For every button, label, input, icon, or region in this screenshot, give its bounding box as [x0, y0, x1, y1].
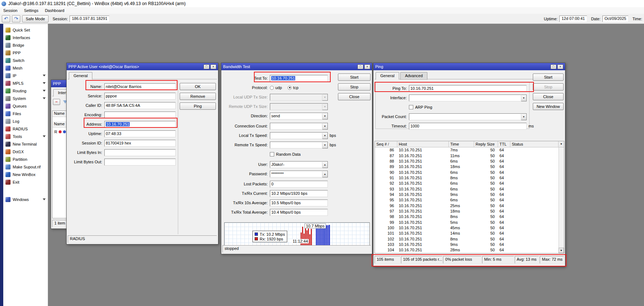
close-icon[interactable]: ×: [210, 64, 216, 69]
sidebar-item-quick-set[interactable]: Quick Set: [3, 26, 48, 34]
remove-button[interactable]: Remove: [180, 93, 216, 100]
address-input[interactable]: 10.16.70.251: [104, 121, 176, 128]
ping-row[interactable]: 9610.16.70.25125ms5064: [375, 203, 559, 208]
sidebar-item-tools[interactable]: Tools: [3, 133, 48, 140]
menu-dashboard[interactable]: Dashboard: [42, 8, 68, 13]
ping-row[interactable]: 9810.16.70.2518ms5064: [375, 214, 559, 219]
sidebar-item-windows[interactable]: Windows: [3, 196, 48, 203]
maximize-icon[interactable]: □: [357, 64, 363, 69]
local-tx-speed-input[interactable]: [270, 132, 322, 139]
close-icon[interactable]: ×: [364, 64, 370, 69]
ping-row[interactable]: 10010.16.70.25145ms5064: [375, 225, 559, 231]
ping-row[interactable]: 9510.16.70.2516ms5064: [375, 197, 559, 203]
remote-tx-speed-dropdown-icon[interactable]: ▼: [322, 142, 328, 148]
sidebar-item-queues[interactable]: Queues: [3, 102, 48, 110]
sidebar-item-log[interactable]: Log: [3, 117, 48, 125]
limit-bytes-in-input[interactable]: [104, 149, 176, 156]
stop-button[interactable]: Stop: [338, 83, 371, 91]
ping-titlebar[interactable]: Ping □ ×: [373, 63, 565, 70]
sidebar-item-ip[interactable]: IP: [3, 72, 48, 79]
ok-button[interactable]: OK: [180, 83, 216, 90]
remove-item-icon[interactable]: −: [53, 99, 60, 105]
ping-row[interactable]: 8810.16.70.2516ms5064: [375, 159, 559, 164]
ping-row[interactable]: 9710.16.70.25118ms5064: [375, 209, 559, 214]
sidebar-item-exit[interactable]: Exit: [3, 178, 48, 186]
tab-general[interactable]: General: [69, 72, 92, 80]
password-up-icon[interactable]: ▲: [322, 171, 328, 177]
sidebar-item-new-winbox[interactable]: New WinBox: [3, 171, 48, 178]
ping-row[interactable]: 8710.16.70.25111ms5064: [375, 153, 559, 158]
connection-count-dropdown-icon[interactable]: ▼: [322, 123, 328, 130]
close-icon[interactable]: ×: [557, 64, 563, 69]
name-input[interactable]: nitel@Oscar Barrios: [104, 83, 176, 90]
list-item[interactable]: R: [53, 129, 66, 134]
limit-bytes-out-input[interactable]: [104, 159, 176, 165]
local-tx-speed-dropdown-icon[interactable]: ▼: [322, 132, 328, 139]
uptime-input[interactable]: 07:48:33: [104, 130, 176, 137]
ping-row[interactable]: 9210.16.70.2516ms5064: [375, 181, 559, 186]
sidebar-item-system[interactable]: System: [3, 95, 48, 102]
tab-advanced[interactable]: Advanced: [400, 72, 427, 80]
protocol-radio-tcp[interactable]: tcp: [288, 85, 298, 90]
connection-count-input[interactable]: [270, 123, 322, 130]
menu-settings[interactable]: Settings: [21, 8, 42, 13]
start-button[interactable]: Start: [533, 74, 564, 81]
redo-button[interactable]: ↷: [12, 15, 20, 22]
sidebar-item-files[interactable]: Files: [3, 110, 48, 117]
maximize-icon[interactable]: □: [551, 64, 556, 69]
encoding-input[interactable]: [104, 112, 176, 118]
col-host[interactable]: Host: [397, 141, 449, 147]
interface-dropdown-icon[interactable]: ▼: [521, 95, 527, 101]
direction-input[interactable]: send: [270, 113, 322, 120]
random-data-checkbox[interactable]: [270, 152, 274, 156]
user-up-icon[interactable]: ▲: [322, 161, 328, 168]
new-window-button[interactable]: New Window: [533, 103, 564, 110]
tab-general[interactable]: General: [376, 72, 399, 80]
ping-row[interactable]: 9110.16.70.2518ms5064: [375, 175, 559, 181]
col-time[interactable]: Time: [449, 141, 474, 147]
scroll-down-icon[interactable]: ▼: [559, 248, 564, 253]
ping-row[interactable]: 9310.16.70.2516ms5064: [375, 186, 559, 192]
protocol-radio-udp[interactable]: udp: [270, 85, 282, 90]
col-reply-size[interactable]: Reply Size: [474, 141, 498, 147]
sidebar-item-interfaces[interactable]: Interfaces: [3, 34, 48, 41]
interface-input[interactable]: [409, 95, 521, 101]
safe-mode-button[interactable]: Safe Mode: [22, 15, 49, 22]
active-user-titlebar[interactable]: PPP Active User <nitel@Oscar Barrios> □ …: [67, 63, 218, 70]
caller-id-input[interactable]: 48:8F:5A:5A:C5:4A: [104, 102, 176, 109]
col-ttl[interactable]: TTL: [498, 141, 510, 147]
sidebar-item-mesh[interactable]: Mesh: [3, 64, 48, 72]
column-dropdown-icon[interactable]: ▼: [559, 141, 564, 147]
local-udp-tx-size-dropdown-icon[interactable]: ▼: [322, 94, 328, 101]
session-id-input[interactable]: 81700419 hex: [104, 140, 176, 147]
remote-udp-tx-size-dropdown-icon[interactable]: ▼: [322, 103, 328, 110]
scrollbar[interactable]: ▼: [559, 147, 564, 253]
ping-row[interactable]: 10110.16.70.25114ms5064: [375, 231, 559, 236]
sidebar-item-partition[interactable]: Partition: [3, 155, 48, 163]
arp-ping-checkbox[interactable]: [409, 105, 413, 109]
app-titlebar[interactable]: J0ako!-@186.0.197.81:18291 (CC_Bettini) …: [0, 0, 644, 7]
ping-button[interactable]: Ping: [180, 102, 216, 110]
sidebar-item-bridge[interactable]: Bridge: [3, 41, 48, 49]
ping-row[interactable]: 8610.16.70.2517ms5064: [375, 147, 559, 153]
remote-tx-speed-input[interactable]: [270, 142, 322, 148]
ping-row[interactable]: 10310.16.70.2519ms5064: [375, 242, 559, 247]
maximize-icon[interactable]: □: [204, 64, 209, 69]
sidebar-item-ppp[interactable]: PPP: [3, 49, 48, 56]
sidebar-item-mpls[interactable]: MPLS: [3, 79, 48, 87]
sidebar-item-make-supout-rif[interactable]: Make Supout.rif: [3, 163, 48, 171]
close-button[interactable]: Close: [533, 93, 564, 100]
packet-count-dropdown-icon[interactable]: ▼: [521, 113, 527, 120]
sidebar-item-switch[interactable]: Switch: [3, 56, 48, 64]
undo-button[interactable]: ↶: [2, 15, 10, 22]
remote-udp-tx-size-input[interactable]: [270, 103, 322, 110]
stop-button[interactable]: Stop: [533, 83, 564, 91]
bandwidth-titlebar[interactable]: Bandwidth Test □ ×: [221, 63, 372, 70]
ping-row[interactable]: 9010.16.70.2516ms5064: [375, 169, 559, 175]
local-udp-tx-size-input[interactable]: [270, 94, 322, 101]
direction-dropdown-icon[interactable]: ▼: [322, 113, 328, 120]
ping-to-input[interactable]: 10.16.70.251: [409, 85, 527, 92]
sidebar-item-routing[interactable]: Routing: [3, 87, 48, 95]
col-seq[interactable]: Seq # /: [375, 141, 397, 147]
sidebar-item-new-terminal[interactable]: New Terminal: [3, 140, 48, 148]
